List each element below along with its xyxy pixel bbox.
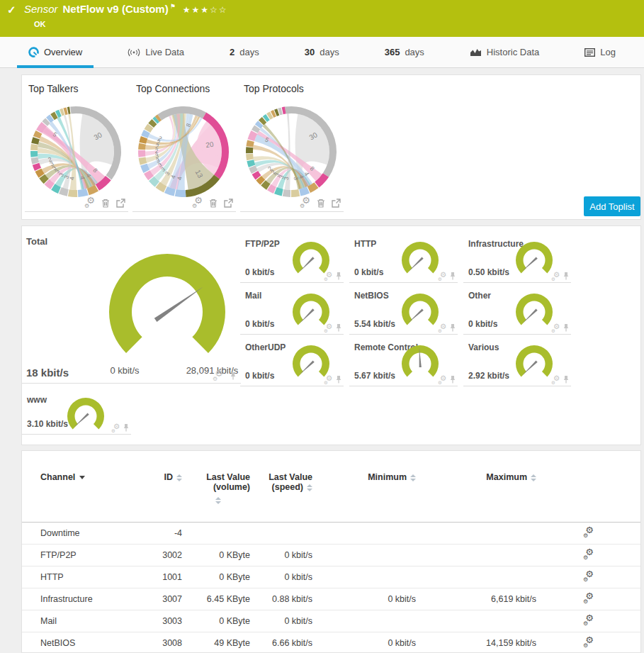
trash-icon[interactable]: [209, 199, 218, 208]
star-filled-icon[interactable]: ★: [192, 5, 201, 15]
tab-label: Log: [600, 47, 616, 57]
gear-icon[interactable]: ⚙⚙: [583, 593, 594, 603]
pin-icon[interactable]: [563, 323, 570, 332]
pin-icon[interactable]: [123, 423, 130, 432]
pin-icon[interactable]: [563, 375, 570, 384]
gear-icon[interactable]: ⚙⚙: [324, 273, 332, 281]
cell-channel: NetBIOS: [22, 632, 142, 653]
cell-actions: ⚙⚙: [536, 545, 640, 567]
toplist-title: Top Connections: [136, 83, 236, 94]
gear-icon[interactable]: ⚙⚙: [583, 528, 594, 537]
cell-actions: ⚙⚙: [536, 567, 640, 588]
gear-icon[interactable]: ⚙⚙: [551, 273, 560, 281]
gear-icon[interactable]: ⚙⚙: [324, 376, 332, 384]
star-rating[interactable]: ★★★☆☆: [183, 5, 228, 15]
gauge-value: 5.54 kbit/s: [354, 319, 395, 329]
gauge-tile-actions: ⚙⚙: [549, 374, 570, 384]
sort-icon: [531, 474, 536, 481]
gear-icon[interactable]: ⚙⚙: [551, 376, 560, 384]
column-label: Last Value(speed): [269, 472, 312, 492]
gear-icon[interactable]: ⚙⚙: [438, 273, 446, 281]
gear-icon[interactable]: ⚙⚙: [583, 615, 594, 625]
tab-2-days[interactable]: 2days: [225, 37, 264, 67]
gear-icon[interactable]: ⚙⚙: [438, 376, 446, 384]
column-header-id[interactable]: ID: [142, 465, 182, 523]
toplist-tile-top-protocols: Top Protocols308443333225⚙⚙: [240, 79, 344, 212]
gear-icon[interactable]: ⚙⚙: [438, 325, 446, 333]
gauge-tile-actions: ⚙⚙: [549, 271, 570, 281]
tab-365-days[interactable]: 365days: [380, 37, 429, 67]
table-header-row: ChannelIDLast Value(volume)Last Value(sp…: [22, 465, 640, 523]
column-header-min[interactable]: Minimum: [312, 465, 416, 523]
gear-icon[interactable]: ⚙⚙: [84, 198, 95, 208]
gear-icon[interactable]: ⚙⚙: [192, 198, 203, 208]
gauge-tile-actions: ⚙⚙: [322, 323, 342, 333]
cell-channel: Infrastructure: [22, 588, 142, 610]
gauge-icon: [28, 47, 39, 57]
tab-live-data[interactable]: Live Data: [123, 37, 188, 67]
star-empty-icon[interactable]: ☆: [210, 5, 219, 15]
pin-icon[interactable]: [230, 372, 237, 380]
pin-icon[interactable]: [449, 323, 456, 332]
gear-icon[interactable]: ⚙⚙: [213, 371, 223, 381]
tab-log[interactable]: Log: [580, 37, 620, 67]
gauge-label: HTTP: [354, 239, 376, 249]
tab-historic-data[interactable]: Historic Data: [465, 37, 543, 67]
gear-icon[interactable]: ⚙⚙: [324, 325, 332, 333]
pin-icon[interactable]: [449, 375, 456, 384]
toplist-title: Top Talkers: [28, 83, 128, 94]
star-filled-icon[interactable]: ★: [200, 5, 210, 15]
tab-30-days[interactable]: 30days: [300, 37, 344, 67]
gear-icon[interactable]: ⚙⚙: [583, 571, 594, 581]
cell-max: [416, 523, 536, 545]
cell-volume: [182, 523, 250, 545]
cell-min: [312, 610, 416, 632]
channel-table-panel: ChannelIDLast Value(volume)Last Value(sp…: [21, 450, 641, 653]
tab-overview[interactable]: Overview: [24, 37, 86, 67]
cell-min: [312, 523, 416, 545]
column-header-volume[interactable]: Last Value(volume): [182, 465, 250, 523]
sort-icon: [410, 474, 416, 481]
cell-max: [416, 545, 536, 567]
external-link-icon[interactable]: [224, 199, 233, 208]
star-filled-icon[interactable]: ★: [183, 5, 192, 15]
column-header-channel[interactable]: Channel: [22, 465, 142, 523]
pin-icon[interactable]: [563, 272, 570, 280]
gauge-panel: Total 0 kbit/s 28,091 kbit/s 18 kbit/s ⚙…: [21, 225, 641, 445]
trash-icon[interactable]: [101, 199, 110, 208]
gear-icon[interactable]: ⚙⚙: [111, 425, 120, 432]
chord-chart: 8201344333332222: [136, 104, 231, 199]
mini-gauge: [400, 240, 440, 280]
pin-icon[interactable]: [335, 323, 342, 332]
cell-max: 14,159 kbit/s: [416, 632, 536, 653]
gauge-tile-actions: ⚙⚙: [322, 271, 342, 281]
external-link-icon[interactable]: [332, 199, 341, 208]
trash-icon[interactable]: [317, 199, 325, 208]
add-toplist-button[interactable]: Add Toplist: [584, 196, 640, 216]
gear-icon[interactable]: ⚙⚙: [583, 637, 594, 647]
pin-icon[interactable]: [335, 272, 342, 280]
gear-icon[interactable]: ⚙⚙: [551, 325, 560, 333]
tab-label: days: [239, 47, 259, 57]
chord-chart: 3084443333325: [28, 104, 123, 199]
column-header-speed[interactable]: Last Value(speed): [250, 465, 312, 523]
cell-channel: FTP/P2P: [22, 545, 142, 567]
gear-icon[interactable]: ⚙⚙: [583, 549, 594, 559]
toplist-actions: ⚙⚙: [84, 198, 125, 208]
column-header-max[interactable]: Maximum: [416, 465, 536, 523]
star-empty-icon[interactable]: ☆: [219, 5, 228, 15]
cell-channel: HTTP: [22, 567, 142, 588]
gear-icon[interactable]: ⚙⚙: [300, 198, 310, 208]
table-row-infrastructure: Infrastructure30076.45 KByte0.88 kbit/s0…: [22, 588, 640, 610]
gauge-label: FTP/P2P: [245, 239, 280, 249]
external-link-icon[interactable]: [116, 199, 125, 208]
cell-id: 3003: [142, 610, 182, 632]
pin-icon[interactable]: [449, 272, 456, 280]
cell-volume: 6.45 KByte: [182, 588, 250, 610]
gauge-value: 0 kbit/s: [468, 319, 497, 329]
tab-label: days: [320, 47, 339, 57]
pin-icon[interactable]: [335, 375, 342, 384]
tab-label: days: [405, 47, 424, 57]
mini-gauge: [514, 240, 554, 280]
gauge-tile-actions: ⚙⚙: [322, 374, 342, 384]
